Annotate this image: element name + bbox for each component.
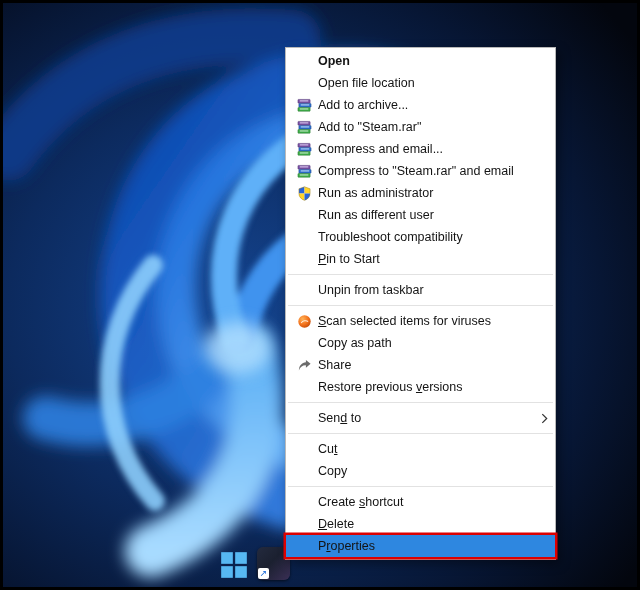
menu-separator <box>288 433 553 434</box>
menu-item-label: Copy as path <box>318 336 549 350</box>
menu-item-scan-selected-items-for-viruses[interactable]: Scan selected items for viruses <box>286 310 555 332</box>
menu-item-label: Add to archive... <box>318 98 549 112</box>
menu-item-label: Share <box>318 358 549 372</box>
menu-item-create-shortcut[interactable]: Create shortcut <box>286 491 555 513</box>
menu-item-label: Open <box>318 54 549 68</box>
menu-item-label: Properties <box>318 539 549 553</box>
menu-item-label: Pin to Start <box>318 252 549 266</box>
antivirus-icon <box>290 314 318 329</box>
menu-item-troubleshoot-compatibility[interactable]: Troubleshoot compatibility <box>286 226 555 248</box>
menu-item-unpin-from-taskbar[interactable]: Unpin from taskbar <box>286 279 555 301</box>
menu-item-open-file-location[interactable]: Open file location <box>286 72 555 94</box>
menu-item-send-to[interactable]: Send to <box>286 407 555 429</box>
menu-item-compress-and-email[interactable]: Compress and email... <box>286 138 555 160</box>
menu-item-add-to-steam-rar[interactable]: Add to "Steam.rar" <box>286 116 555 138</box>
menu-item-cut[interactable]: Cut <box>286 438 555 460</box>
menu-item-share[interactable]: Share <box>286 354 555 376</box>
menu-separator <box>288 402 553 403</box>
menu-item-label: Copy <box>318 464 549 478</box>
menu-item-label: Cut <box>318 442 549 456</box>
menu-item-label: Scan selected items for viruses <box>318 314 549 328</box>
windows-start-icon[interactable] <box>220 551 248 579</box>
submenu-arrow-icon <box>541 413 548 424</box>
menu-item-label: Create shortcut <box>318 495 549 509</box>
share-icon <box>290 358 318 373</box>
winrar-icon <box>290 120 318 135</box>
menu-item-label: Compress to "Steam.rar" and email <box>318 164 549 178</box>
menu-item-copy[interactable]: Copy <box>286 460 555 482</box>
menu-item-copy-as-path[interactable]: Copy as path <box>286 332 555 354</box>
menu-item-add-to-archive[interactable]: Add to archive... <box>286 94 555 116</box>
menu-separator <box>288 274 553 275</box>
menu-item-restore-previous-versions[interactable]: Restore previous versions <box>286 376 555 398</box>
menu-item-open[interactable]: Open <box>286 50 555 72</box>
menu-item-label: Restore previous versions <box>318 380 549 394</box>
menu-item-label: Open file location <box>318 76 549 90</box>
menu-item-label: Run as different user <box>318 208 549 222</box>
menu-separator <box>288 305 553 306</box>
uac-shield-icon <box>290 186 318 201</box>
menu-item-run-as-different-user[interactable]: Run as different user <box>286 204 555 226</box>
desktop-screen: ↗ OpenOpen file locationAdd to archive..… <box>0 0 640 590</box>
winrar-icon <box>290 142 318 157</box>
menu-item-label: Send to <box>318 411 541 425</box>
menu-item-run-as-administrator[interactable]: Run as administrator <box>286 182 555 204</box>
menu-item-pin-to-start[interactable]: Pin to Start <box>286 248 555 270</box>
menu-item-compress-to-steam-rar-and-email[interactable]: Compress to "Steam.rar" and email <box>286 160 555 182</box>
menu-item-label: Delete <box>318 517 549 531</box>
menu-item-label: Troubleshoot compatibility <box>318 230 549 244</box>
menu-separator <box>288 486 553 487</box>
menu-item-delete[interactable]: Delete <box>286 513 555 535</box>
shortcut-arrow-icon: ↗ <box>258 568 269 579</box>
menu-item-properties[interactable]: Properties <box>286 535 555 557</box>
menu-item-label: Unpin from taskbar <box>318 283 549 297</box>
menu-item-label: Compress and email... <box>318 142 549 156</box>
menu-item-label: Add to "Steam.rar" <box>318 120 549 134</box>
winrar-icon <box>290 164 318 179</box>
winrar-icon <box>290 98 318 113</box>
menu-item-label: Run as administrator <box>318 186 549 200</box>
context-menu: OpenOpen file locationAdd to archive...A… <box>285 47 556 560</box>
